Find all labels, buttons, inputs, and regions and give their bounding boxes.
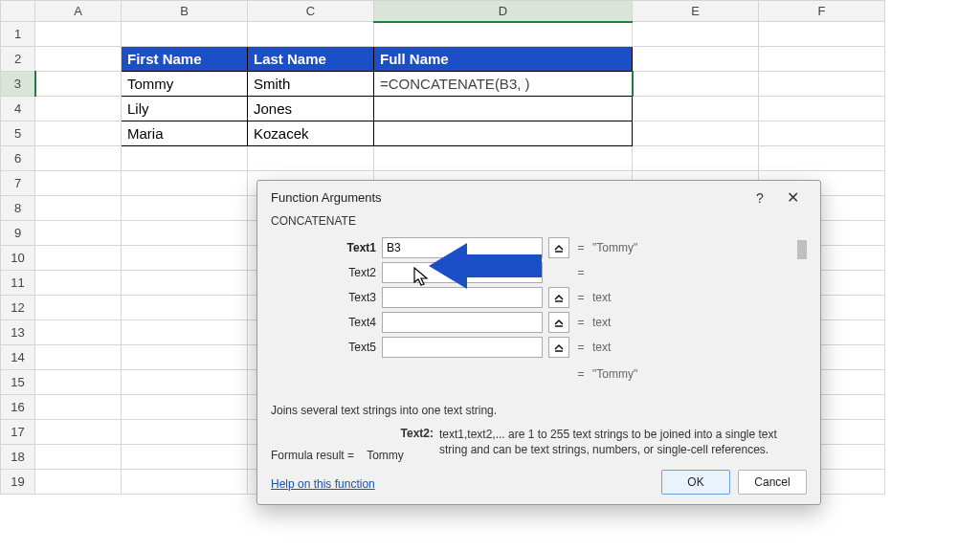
collapse-dialog-icon[interactable]	[548, 237, 569, 258]
cell[interactable]	[35, 121, 122, 146]
collapse-dialog-icon[interactable]	[548, 287, 569, 308]
row-header[interactable]: 3	[1, 72, 35, 97]
row-header[interactable]: 15	[1, 370, 35, 395]
cell-b5[interactable]: Maria	[122, 121, 248, 146]
cell[interactable]	[122, 345, 248, 370]
cell[interactable]	[633, 146, 759, 171]
row-header[interactable]: 2	[1, 47, 35, 72]
cell[interactable]	[35, 171, 122, 196]
row-header[interactable]: 19	[1, 470, 35, 495]
cell[interactable]	[122, 395, 248, 420]
cell[interactable]	[35, 420, 122, 445]
cell[interactable]	[35, 345, 122, 370]
scrollbar-thumb[interactable]	[797, 240, 807, 259]
cell[interactable]	[35, 146, 122, 171]
cell[interactable]	[35, 221, 122, 246]
cell-header-fullname[interactable]: Full Name	[374, 47, 633, 72]
row-header[interactable]: 11	[1, 271, 35, 296]
cell[interactable]	[759, 146, 885, 171]
col-header-f[interactable]: F	[759, 1, 885, 22]
cell[interactable]	[35, 470, 122, 495]
row-header[interactable]: 7	[1, 171, 35, 196]
cell[interactable]	[35, 196, 122, 221]
cell[interactable]	[122, 221, 248, 246]
arg-input-text4[interactable]	[382, 312, 543, 333]
col-header-b[interactable]: B	[122, 1, 248, 22]
cell[interactable]	[248, 146, 374, 171]
cell[interactable]	[122, 296, 248, 320]
cell[interactable]	[633, 22, 759, 47]
row-header[interactable]: 8	[1, 196, 35, 221]
cell-header-lastname[interactable]: Last Name	[248, 47, 374, 72]
cell-c5[interactable]: Kozacek	[248, 121, 374, 146]
cell[interactable]	[633, 47, 759, 72]
cell-c4[interactable]: Jones	[248, 97, 374, 121]
cell[interactable]	[759, 121, 885, 146]
select-all-corner[interactable]	[1, 1, 35, 22]
cell[interactable]	[122, 370, 248, 395]
cell[interactable]	[35, 320, 122, 345]
cell[interactable]	[759, 22, 885, 47]
cell-b3[interactable]: Tommy	[122, 72, 248, 97]
cell[interactable]	[122, 196, 248, 221]
arg-input-text5[interactable]	[382, 337, 543, 358]
cell[interactable]	[35, 370, 122, 395]
cell[interactable]	[122, 320, 248, 345]
cell[interactable]	[122, 171, 248, 196]
row-header[interactable]: 6	[1, 146, 35, 171]
cell[interactable]	[122, 470, 248, 495]
cell[interactable]	[374, 22, 633, 47]
col-header-e[interactable]: E	[633, 1, 759, 22]
cell[interactable]	[633, 121, 759, 146]
col-header-c[interactable]: C	[248, 1, 374, 22]
arg-input-text2[interactable]	[382, 262, 543, 283]
cell[interactable]	[122, 246, 248, 271]
cell[interactable]	[35, 296, 122, 320]
cell[interactable]	[122, 445, 248, 470]
cell[interactable]	[759, 72, 885, 97]
cell[interactable]	[122, 22, 248, 47]
collapse-dialog-icon[interactable]	[548, 337, 569, 358]
cell[interactable]	[122, 146, 248, 171]
arg-input-text3[interactable]	[382, 287, 543, 308]
cell-b4[interactable]: Lily	[122, 97, 248, 121]
cancel-button[interactable]: Cancel	[738, 470, 807, 495]
arg-input-text1[interactable]	[382, 237, 543, 258]
cell[interactable]	[35, 395, 122, 420]
cell[interactable]	[633, 97, 759, 121]
ok-button[interactable]: OK	[661, 470, 730, 495]
collapse-dialog-icon[interactable]	[548, 312, 569, 333]
cell[interactable]	[35, 445, 122, 470]
row-header[interactable]: 16	[1, 395, 35, 420]
row-header[interactable]: 17	[1, 420, 35, 445]
cell[interactable]	[122, 271, 248, 296]
cell[interactable]	[374, 146, 633, 171]
row-header[interactable]: 10	[1, 246, 35, 271]
col-header-a[interactable]: A	[35, 1, 122, 22]
cell[interactable]	[759, 47, 885, 72]
row-header[interactable]: 14	[1, 345, 35, 370]
row-header[interactable]: 1	[1, 22, 35, 47]
cell[interactable]	[35, 72, 122, 97]
row-header[interactable]: 4	[1, 97, 35, 121]
cell[interactable]	[35, 22, 122, 47]
cell-d4[interactable]	[374, 97, 633, 121]
cell-header-firstname[interactable]: First Name	[122, 47, 248, 72]
row-header[interactable]: 9	[1, 221, 35, 246]
cell[interactable]	[633, 72, 759, 97]
close-icon[interactable]: ✕	[776, 188, 809, 207]
cell[interactable]	[35, 97, 122, 121]
row-header[interactable]: 12	[1, 296, 35, 320]
cell[interactable]	[35, 246, 122, 271]
col-header-d[interactable]: D	[374, 1, 633, 22]
cell[interactable]	[759, 97, 885, 121]
cell[interactable]	[122, 420, 248, 445]
cell[interactable]	[35, 271, 122, 296]
cell-d3-formula[interactable]: =CONCATENATE(B3, )	[374, 72, 633, 97]
row-header[interactable]: 18	[1, 445, 35, 470]
cell-d5[interactable]	[374, 121, 633, 146]
cell[interactable]	[248, 22, 374, 47]
row-header[interactable]: 5	[1, 121, 35, 146]
row-header[interactable]: 13	[1, 320, 35, 345]
help-icon[interactable]: ?	[744, 190, 776, 206]
